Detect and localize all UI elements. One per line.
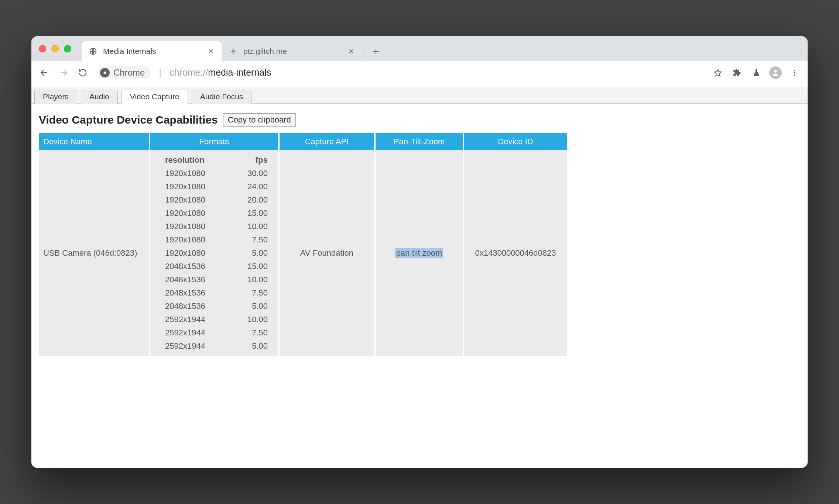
new-tab-button[interactable] [367,42,385,60]
formats-cell-resolution: 2592x1944 [150,326,226,339]
formats-cell-resolution: 1920x1080 [150,167,226,180]
cell-ptz: pan tilt zoom [375,150,463,356]
window-controls [39,36,82,61]
address-bar[interactable]: Chrome | chrome://media-internals [94,65,706,80]
svg-point-6 [794,74,795,76]
formats-cell-fps: 7.50 [226,233,278,246]
url-display: chrome://media-internals [169,67,271,78]
formats-cell-fps: 10.00 [226,313,278,326]
formats-row: 2592x19447.50 [150,326,278,339]
forward-button[interactable] [56,65,71,80]
header-pan-tilt-zoom[interactable]: Pan-Tilt-Zoom [375,133,463,150]
formats-cell-fps: 15.00 [226,260,278,273]
formats-cell-fps: 7.50 [226,286,278,300]
origin-chip-label: Chrome [113,68,145,78]
formats-cell-resolution: 1920x1080 [150,193,226,207]
page-tab-players[interactable]: Players [34,90,77,104]
tab-separator [363,45,363,57]
formats-cell-fps: 30.00 [226,167,278,180]
formats-cell-resolution: 2592x1944 [150,339,226,356]
formats-cell-resolution: 2592x1944 [150,313,226,326]
browser-tab-media-internals[interactable]: Media Internals [82,41,222,61]
formats-row: 1920x108010.00 [150,220,278,233]
formats-header-resolution: resolution [150,150,226,167]
reload-button[interactable] [75,65,90,80]
formats-row: 2048x153610.00 [150,273,278,286]
formats-row: 1920x108030.00 [150,167,278,180]
minimize-window-button[interactable] [51,45,59,52]
cell-capture-api: AV Foundation [279,150,375,356]
capabilities-table: Device Name Formats Capture API Pan-Tilt… [39,133,567,356]
site-icon [229,46,238,56]
page-tab-audio-focus[interactable]: Audio Focus [192,90,252,104]
page-title: Video Capture Device Capabilities [39,114,218,126]
formats-cell-fps: 10.00 [226,273,278,286]
cell-device-id: 0x14300000046d0823 [463,150,567,356]
formats-cell-fps: 7.50 [226,326,278,339]
header-device-name[interactable]: Device Name [39,133,150,150]
formats-cell-fps: 20.00 [226,193,278,207]
close-tab-button[interactable] [206,47,215,56]
svg-point-2 [104,71,106,74]
maximize-window-button[interactable] [64,45,71,52]
tab-strip: Media Internals ptz.glitch.me [31,36,808,61]
browser-tab-ptz[interactable]: ptz.glitch.me [222,41,362,61]
origin-chip[interactable]: Chrome [97,66,151,79]
page-tabs: Players Audio Video Capture Audio Focus [31,87,808,104]
svg-point-4 [794,69,795,71]
formats-row: 1920x10805.00 [150,246,278,260]
formats-cell-fps: 10.00 [226,220,278,233]
svg-point-1 [233,51,234,52]
browser-toolbar: Chrome | chrome://media-internals [31,61,808,84]
page-tab-video-capture[interactable]: Video Capture [121,90,188,104]
formats-cell-resolution: 1920x1080 [150,233,226,246]
formats-cell-fps: 24.00 [226,180,278,193]
copy-to-clipboard-button[interactable]: Copy to clipboard [223,113,296,127]
ptz-value-highlighted: pan tilt zoom [395,248,444,258]
url-scheme: chrome:// [169,67,208,78]
formats-cell-resolution: 2048x1536 [150,300,226,313]
formats-cell-resolution: 1920x1080 [150,180,226,193]
formats-row: 2592x19445.00 [150,339,278,356]
formats-row: 2048x15367.50 [150,286,278,300]
formats-cell-fps: 5.00 [226,300,278,313]
avatar-icon [769,66,782,79]
chrome-icon [100,68,110,77]
svg-point-3 [774,70,777,72]
formats-row: 2048x153615.00 [150,260,278,273]
formats-cell-resolution: 1920x1080 [150,246,226,260]
tab-title: Media Internals [103,47,156,56]
header-capture-api[interactable]: Capture API [279,133,375,150]
close-window-button[interactable] [39,45,46,52]
formats-cell-resolution: 1920x1080 [150,220,226,233]
formats-cell-fps: 15.00 [226,207,278,220]
menu-button[interactable] [787,65,802,80]
omnibox-separator: | [159,67,161,78]
header-formats[interactable]: Formats [150,133,279,150]
globe-icon [88,46,98,56]
cell-formats: resolution fps 1920x108030.001920x108024… [150,150,279,356]
header-device-id[interactable]: Device ID [463,133,567,150]
labs-button[interactable] [749,65,764,80]
table-row: USB Camera (046d:0823) resolution fps 19… [39,150,567,356]
formats-table: resolution fps 1920x108030.001920x108024… [150,150,278,356]
page-tab-audio[interactable]: Audio [81,90,118,104]
extensions-button[interactable] [729,65,745,80]
formats-row: 1920x108024.00 [150,180,278,193]
formats-row: 1920x10807.50 [150,233,278,246]
profile-button[interactable] [768,65,783,80]
formats-cell-resolution: 2048x1536 [150,273,226,286]
svg-point-5 [794,72,795,73]
page-content: Players Audio Video Capture Audio Focus … [31,84,808,468]
cell-device-name: USB Camera (046d:0823) [39,150,150,356]
formats-cell-resolution: 1920x1080 [150,207,226,220]
formats-cell-resolution: 2048x1536 [150,260,226,273]
back-button[interactable] [37,65,52,80]
formats-cell-fps: 5.00 [226,339,278,356]
formats-cell-resolution: 2048x1536 [150,286,226,300]
formats-row: 1920x108015.00 [150,207,278,220]
close-tab-button[interactable] [347,47,356,56]
browser-window: Media Internals ptz.glitch.me [31,36,808,468]
bookmark-button[interactable] [710,65,726,80]
url-path: media-internals [208,67,271,78]
